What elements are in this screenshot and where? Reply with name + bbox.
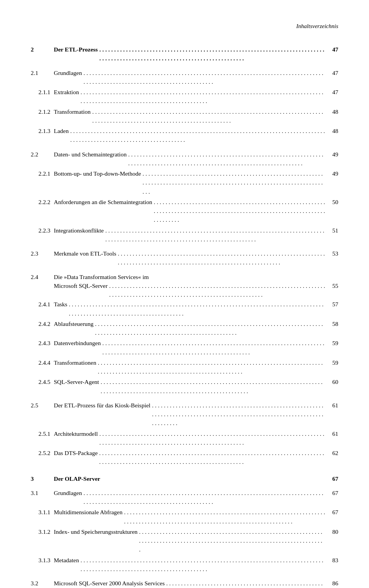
subsection-title: Anforderungen an die Schemaintegration bbox=[54, 198, 152, 206]
dots: . . . . . . . . . . . . . . . . . . . . … bbox=[99, 448, 325, 467]
subsection-number: 3.1.3 bbox=[31, 556, 54, 565]
page-number: 55 bbox=[327, 281, 338, 290]
page-number: 61 bbox=[327, 401, 338, 410]
section-number: 3.1 bbox=[31, 488, 54, 497]
page-number: 67 bbox=[327, 488, 338, 497]
chapter-title: Der ETL-Prozess bbox=[54, 45, 98, 54]
page-number: 48 bbox=[327, 126, 338, 135]
page-number: 80 bbox=[327, 527, 338, 536]
dots: . . . . . . . . . . . . . . . . . . . . … bbox=[152, 401, 325, 428]
section-entry: 2.2Daten- und Schemaintegration. . . . .… bbox=[31, 150, 338, 168]
page-header: Inhaltsverzeichnis bbox=[31, 23, 338, 30]
dots: . . . . . . . . . . . . . . . . . . . . … bbox=[95, 319, 325, 337]
page: Inhaltsverzeichnis 2Der ETL-Prozess. . .… bbox=[0, 0, 369, 588]
subsection-number: 2.2.1 bbox=[31, 169, 54, 178]
subsection-number: 2.2.3 bbox=[31, 226, 54, 235]
page-number: 83 bbox=[327, 556, 338, 565]
dots: . . . . . . . . . . . . . . . . . . . . … bbox=[80, 556, 325, 574]
dots: . . . . . . . . . . . . . . . . . . . . … bbox=[109, 281, 325, 299]
subsection-entry: 2.2.2Anforderungen an die Schemaintegrat… bbox=[31, 198, 338, 224]
dots: . . . . . . . . . . . . . . . . . . . . … bbox=[128, 150, 325, 168]
section-number: 3.2 bbox=[31, 579, 54, 588]
subsection-title: Architekturmodell bbox=[54, 429, 98, 438]
subsection-number: 2.1.1 bbox=[31, 88, 54, 96]
subsection-number: 2.1.2 bbox=[31, 107, 54, 116]
subsection-number: 2.2.2 bbox=[31, 198, 54, 206]
subsection-title: Transformation bbox=[54, 107, 91, 116]
subsection-title: Extraktion bbox=[54, 88, 79, 96]
subsection-title: Index- und Speicherungsstrukturen bbox=[54, 527, 138, 536]
subsection-title: Bottom-up- und Top-down-Methode bbox=[54, 169, 141, 178]
subsection-title: Transformationen bbox=[54, 358, 96, 367]
page-number: 47 bbox=[327, 68, 338, 77]
page-number: 48 bbox=[327, 107, 338, 116]
subsection-title: Multidimensionale Abfragen bbox=[54, 508, 123, 517]
section-title: Der ETL-Prozess für das Kiosk-Beispiel bbox=[54, 401, 150, 410]
subsection-entry: 2.4.1Tasks. . . . . . . . . . . . . . . … bbox=[31, 300, 338, 318]
subsection-number: 2.4.5 bbox=[31, 377, 54, 386]
section-number: 2.1 bbox=[31, 68, 54, 77]
subsection-number: 2.4.2 bbox=[31, 319, 54, 328]
subsection-entry: 2.4.3Datenverbindungen. . . . . . . . . … bbox=[31, 339, 338, 357]
dots: . . . . . . . . . . . . . . . . . . . . … bbox=[70, 126, 325, 145]
subsection-number: 3.1.1 bbox=[31, 508, 54, 517]
dots: . . . . . . . . . . . . . . . . . . . . … bbox=[83, 68, 325, 86]
dots: . . . . . . . . . . . . . . . . . . . . … bbox=[101, 377, 325, 395]
subsection-number: 2.5.2 bbox=[31, 448, 54, 457]
subsection-entry: 2.4.5SQL-Server-Agent. . . . . . . . . .… bbox=[31, 377, 338, 395]
subsection-number: 2.4.1 bbox=[31, 300, 54, 309]
subsection-title: Das DTS-Package bbox=[54, 448, 98, 457]
subsection-title: SQL-Server-Agent bbox=[54, 377, 99, 386]
chapter-entry: 3Der OLAP-Server67 bbox=[31, 474, 338, 483]
dots: . . . . . . . . . . . . . . . . . . . . … bbox=[80, 88, 325, 106]
dots: . . . . . . . . . . . . . . . . . . . . … bbox=[143, 169, 325, 196]
subsection-entry: 3.1.3Metadaten. . . . . . . . . . . . . … bbox=[31, 556, 338, 574]
subsection-title: Tasks bbox=[54, 300, 67, 309]
dots: . . . . . . . . . . . . . . . . . . . . … bbox=[118, 249, 326, 267]
section-entry: 2.1Grundlagen. . . . . . . . . . . . . .… bbox=[31, 68, 338, 86]
subsection-number: 2.1.3 bbox=[31, 126, 54, 135]
dots: . . . . . . . . . . . . . . . . . . . . … bbox=[100, 429, 326, 447]
chapter-number: 3 bbox=[31, 474, 54, 483]
section-title-line1: Die »Data Transformation Services« im bbox=[54, 272, 338, 281]
subsection-entry: 2.4.2Ablaufsteuerung. . . . . . . . . . … bbox=[31, 319, 338, 337]
dots: . . . . . . . . . . . . . . . . . . . . … bbox=[98, 358, 326, 376]
page-number: 49 bbox=[327, 150, 338, 159]
dots: . . . . . . . . . . . . . . . . . . . . … bbox=[105, 226, 325, 244]
section-multiline-entry: 2.4Die »Data Transformation Services« im… bbox=[31, 272, 338, 299]
page-number: 86 bbox=[327, 579, 338, 588]
subsection-entry: 3.1.2Index- und Speicherungsstrukturen. … bbox=[31, 527, 338, 554]
subsection-number: 2.4.4 bbox=[31, 358, 54, 367]
section-number: 2.2 bbox=[31, 150, 54, 159]
page-number: 51 bbox=[327, 226, 338, 235]
subsection-entry: 2.1.3Laden. . . . . . . . . . . . . . . … bbox=[31, 126, 338, 145]
subsection-title: Integrationskonflikte bbox=[54, 226, 104, 235]
dots: . . . . . . . . . . . . . . . . . . . . … bbox=[92, 107, 325, 125]
subsection-number: 2.4.3 bbox=[31, 339, 54, 347]
section-title-line2: Microsoft SQL-Server. . . . . . . . . . … bbox=[54, 281, 338, 299]
section-entry: 2.3Merkmale von ETL-Tools. . . . . . . .… bbox=[31, 249, 338, 267]
page-number: 50 bbox=[327, 198, 338, 206]
dots: . . . . . . . . . . . . . . . . . . . . … bbox=[83, 488, 325, 507]
section-title: Grundlagen bbox=[54, 68, 82, 77]
chapter-title: Der OLAP-Server bbox=[54, 474, 100, 483]
subsection-title: Datenverbindungen bbox=[54, 339, 101, 347]
section-title: Grundlagen bbox=[54, 488, 82, 497]
subsection-title: Metadaten bbox=[54, 556, 79, 565]
page-number: 47 bbox=[327, 88, 338, 96]
page-number: 59 bbox=[327, 339, 338, 347]
subsection-entry: 2.5.2Das DTS-Package. . . . . . . . . . … bbox=[31, 448, 338, 467]
page-number: 61 bbox=[327, 429, 338, 438]
section-entry: 3.1Grundlagen. . . . . . . . . . . . . .… bbox=[31, 488, 338, 507]
section-number: 2.4 bbox=[31, 272, 54, 281]
header-title: Inhaltsverzeichnis bbox=[296, 23, 338, 29]
section-number: 2.5 bbox=[31, 401, 54, 410]
dots: . . . . . . . . . . . . . . . . . . . . … bbox=[166, 579, 325, 588]
section-title: Daten- und Schemaintegration bbox=[54, 150, 126, 159]
page-number: 58 bbox=[327, 319, 338, 328]
subsection-entry: 2.2.3Integrationskonflikte. . . . . . . … bbox=[31, 226, 338, 244]
subsection-entry: 2.1.2Transformation. . . . . . . . . . .… bbox=[31, 107, 338, 125]
toc-container: 2Der ETL-Prozess. . . . . . . . . . . . … bbox=[31, 45, 338, 588]
subsection-number: 3.1.2 bbox=[31, 527, 54, 536]
subsection-number: 2.5.1 bbox=[31, 429, 54, 438]
